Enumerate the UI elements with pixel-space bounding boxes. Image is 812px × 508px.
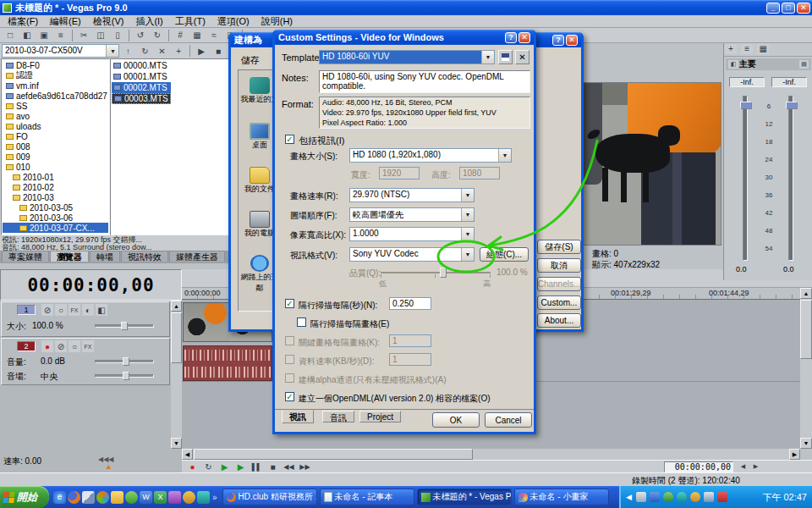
quick-launch-msn-icon[interactable] (125, 491, 138, 504)
tray-update-icon[interactable] (690, 492, 700, 502)
ok-button[interactable]: OK (432, 412, 480, 428)
close-button[interactable]: ✕ (797, 3, 810, 14)
frame-size-combobox[interactable]: HD 1080 (1,920x1,080) ▼ (349, 148, 512, 163)
shuttle-marker-icon[interactable]: ▲ (105, 462, 112, 471)
go-to-end-button[interactable]: ▶▶ (298, 461, 312, 472)
render-save-button[interactable]: 儲存(S) (537, 240, 581, 254)
start-preview-icon[interactable]: ▶ (194, 44, 209, 58)
quick-launch-word-icon[interactable]: W (140, 491, 152, 504)
custom-help-button[interactable]: ? (505, 32, 517, 43)
taskbar-task-hdclub[interactable]: HD.club 精研視務所 ... (222, 489, 317, 505)
tab-explorer[interactable]: 瀏覽器 (50, 251, 89, 262)
maximize-button[interactable]: □ (782, 3, 795, 14)
tray-display-icon[interactable] (650, 492, 660, 502)
tree-item[interactable]: FO (3, 131, 108, 141)
up-one-level-icon[interactable]: ↑ (120, 44, 135, 58)
taskbar-task-vegas[interactable]: 未標題的 * - Vegas P... (417, 489, 512, 505)
render-cancel-button[interactable]: 取消 (537, 258, 581, 273)
tree-item[interactable]: avo (3, 111, 108, 121)
tree-item[interactable]: vm.inf (3, 80, 108, 91)
tray-network-icon[interactable] (704, 492, 714, 502)
scrollbar-thumb[interactable] (800, 300, 812, 359)
configure-button[interactable]: 組態(C)... (480, 247, 529, 262)
tree-item[interactable]: 010 (3, 162, 108, 172)
scroll-up-icon[interactable]: ▲ (800, 288, 812, 299)
record-button[interactable]: ● (185, 461, 200, 472)
tree-item[interactable]: 認證 (3, 70, 108, 80)
delete-template-icon[interactable]: ✕ (515, 50, 529, 64)
enable-snapping-icon[interactable]: # (173, 29, 188, 42)
stop-button[interactable]: ■ (266, 461, 280, 472)
tray-msn-icon[interactable] (677, 492, 687, 502)
undo-icon[interactable]: ↺ (133, 29, 148, 42)
scroll-left-icon[interactable]: ◀ (182, 449, 193, 460)
scroll-down-icon[interactable]: ▼ (171, 438, 182, 449)
save-project-icon[interactable]: ▣ (36, 29, 52, 42)
redo-icon[interactable]: ↻ (150, 29, 165, 42)
pixel-aspect-dropdown-icon[interactable]: ▼ (461, 228, 474, 240)
template-dropdown-icon[interactable]: ▼ (481, 51, 494, 64)
track1-size-slider[interactable] (95, 324, 154, 328)
tray-collapse-icon[interactable]: ◀ (626, 493, 632, 501)
track2-volume-slider-thumb[interactable] (123, 357, 129, 366)
frame-back-icon[interactable]: ◀ (738, 461, 749, 472)
tree-item[interactable]: 2010-03 (3, 192, 108, 202)
start-button[interactable]: 開始 (0, 486, 49, 508)
mixer-grid-icon[interactable]: ▦ (757, 44, 769, 54)
delete-icon[interactable]: ✕ (154, 44, 169, 58)
track1-compositing-button[interactable]: ◧ (96, 304, 107, 316)
file-item-highlighted[interactable]: 00003.MTS (112, 93, 171, 104)
tab-media-generators[interactable]: 媒體產生器 (169, 251, 225, 262)
tree-item[interactable]: 2010-01 (3, 172, 108, 182)
render-custom-button[interactable]: Custom... (537, 295, 581, 310)
fader1-groove[interactable] (743, 96, 748, 261)
include-video-checkbox[interactable]: ✓ (285, 135, 294, 144)
interleave-checkbox[interactable]: ✓ (285, 299, 294, 308)
menu-view[interactable]: 檢視(V) (87, 15, 130, 28)
render-close-button[interactable]: ✕ (566, 35, 578, 46)
interleave-frames-checkbox[interactable] (297, 318, 306, 327)
track1-mute-button[interactable]: ⊘ (41, 304, 53, 316)
properties-icon[interactable]: ≡ (53, 29, 69, 42)
fader2-value[interactable]: -Inf. (771, 77, 807, 87)
video-format-dropdown-icon[interactable]: ▼ (461, 248, 474, 261)
taskbar-task-paint[interactable]: 未命名 - 小畫家 (514, 489, 609, 505)
fader2-thumb[interactable] (786, 102, 798, 109)
menu-file[interactable]: 檔案(F) (2, 15, 44, 28)
grid-icon[interactable]: ▦ (189, 29, 205, 42)
play-button[interactable]: ▶ (233, 461, 248, 472)
frame-size-dropdown-icon[interactable]: ▼ (498, 149, 511, 162)
tab-video[interactable]: 視訊 (282, 410, 314, 423)
quick-launch-excel-icon[interactable]: X (154, 491, 167, 504)
track-header-audio[interactable]: 2 ● ⊘ ○ FX 音量: 0.0 dB 音場: 中央 (1, 338, 170, 385)
tree-item[interactable]: D8-F0 (3, 60, 108, 70)
explorer-address-combobox[interactable]: 2010-03-07-CX500V ▼ (2, 44, 119, 58)
tree-item[interactable]: uloads (3, 121, 108, 131)
quick-launch-vegas-icon[interactable] (197, 491, 210, 504)
scrollbar-thumb[interactable] (171, 312, 182, 363)
track2-pan-slider-thumb[interactable] (123, 372, 129, 380)
pixel-aspect-combobox[interactable]: 1.0000 ▼ (349, 227, 475, 241)
scroll-up-icon[interactable]: ▲ (171, 301, 182, 312)
tree-item[interactable]: 2010-02 (3, 182, 108, 192)
minimize-button[interactable]: _ (766, 3, 780, 14)
open-project-icon[interactable]: ◧ (19, 29, 35, 42)
cancel-button[interactable]: Cancel (485, 412, 532, 428)
quick-launch-winamp-icon[interactable] (183, 491, 195, 504)
scroll-down-icon[interactable]: ▼ (800, 438, 812, 449)
video-format-combobox[interactable]: Sony YUV Codec ▼ (349, 247, 475, 262)
tree-item[interactable]: aefde6a9d61ca708dd27 (3, 91, 108, 101)
go-to-start-button[interactable]: ◀◀ (282, 461, 296, 472)
tree-item-selected[interactable]: 2010-03-07-CX... (3, 223, 108, 233)
transport-timecode[interactable]: 00:00:00,00 (664, 461, 733, 472)
audio-event[interactable] (183, 345, 272, 381)
tray-volume-icon[interactable] (636, 492, 646, 502)
track-list-scrollbar[interactable]: ▲ ▼ (171, 301, 182, 449)
cut-icon[interactable]: ✂ (76, 29, 91, 42)
fader1-thumb[interactable] (740, 102, 752, 109)
tab-project-media[interactable]: 專案媒體 (2, 251, 49, 262)
custom-close-button[interactable]: ✕ (518, 32, 530, 43)
scroll-right-icon[interactable]: ▶ (789, 449, 800, 460)
frame-forward-icon[interactable]: ▶ (750, 461, 761, 472)
tree-item[interactable]: SS (3, 101, 108, 111)
